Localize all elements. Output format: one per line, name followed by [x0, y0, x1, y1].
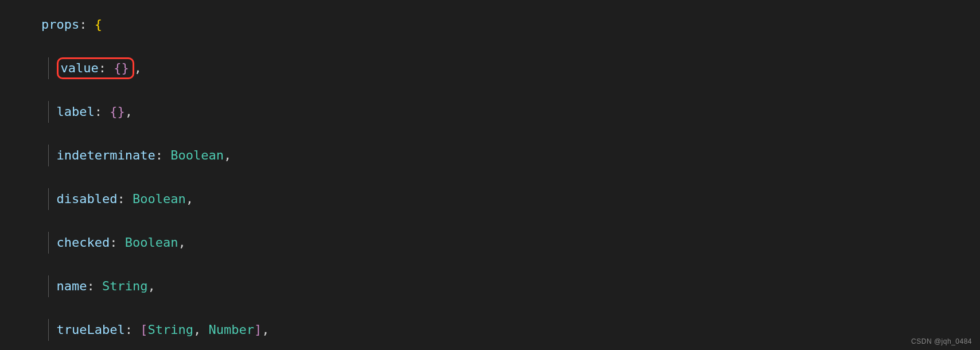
prop-key-checked: checked — [57, 235, 110, 250]
type-string: String — [102, 279, 147, 293]
code-line: props: { — [0, 14, 980, 36]
highlight-box: value: {} — [57, 57, 134, 79]
prop-key-disabled: disabled — [57, 192, 118, 206]
type-boolean: Boolean — [133, 192, 186, 206]
code-line: disabled: Boolean, — [0, 188, 980, 210]
prop-key-value: value — [61, 61, 99, 75]
prop-key-label: label — [57, 104, 95, 119]
prop-key-name: name — [57, 279, 87, 293]
prop-key-props: props — [41, 17, 79, 32]
code-line: checked: Boolean, — [0, 232, 980, 254]
type-string: String — [147, 322, 193, 337]
type-number: Number — [208, 322, 254, 337]
prop-key-truelabel: trueLabel — [57, 322, 125, 337]
code-line: name: String, — [0, 275, 980, 297]
code-line: trueLabel: [String, Number], — [0, 319, 980, 341]
code-line: label: {}, — [0, 101, 980, 123]
code-block: props: { value: {}, label: {}, indetermi… — [0, 0, 980, 350]
watermark-text: CSDN @jqh_0484 — [911, 337, 972, 345]
brace-open: { — [95, 17, 102, 32]
prop-key-indeterminate: indeterminate — [57, 148, 155, 162]
code-line: value: {}, — [0, 57, 980, 79]
bracket-open: [ — [140, 322, 147, 337]
bracket-close: ] — [254, 322, 262, 337]
code-line: indeterminate: Boolean, — [0, 145, 980, 166]
type-boolean: Boolean — [170, 148, 224, 162]
type-boolean: Boolean — [125, 235, 178, 250]
